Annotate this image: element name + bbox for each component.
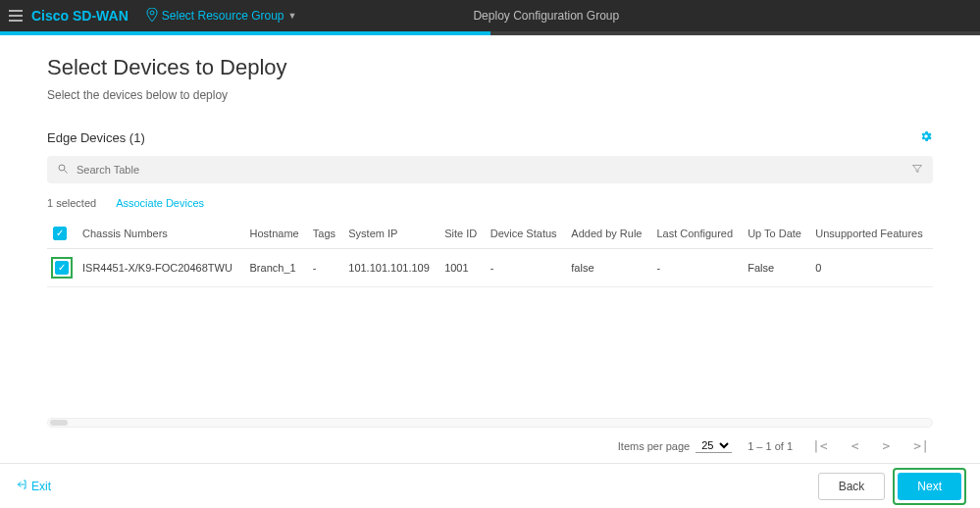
col-unsupported[interactable]: Unsupported Features <box>809 219 933 249</box>
select-all-checkbox[interactable]: ✓ <box>53 227 67 240</box>
table-row[interactable]: ✓ ISR4451-X/K9-FOC20468TWU Branch_1 - 10… <box>47 249 933 287</box>
back-button[interactable]: Back <box>818 473 886 500</box>
next-button-highlight: Next <box>895 470 964 503</box>
svg-point-0 <box>59 165 65 171</box>
location-pin-icon <box>146 8 158 25</box>
pagination: Items per page 25 1 – 1 of 1 |< < > >| <box>618 438 933 453</box>
row-checkbox[interactable]: ✓ <box>55 261 69 275</box>
col-added-by-rule[interactable]: Added by Rule <box>565 219 650 249</box>
list-meta-row: 1 selected Associate Devices <box>47 197 933 209</box>
last-page-icon[interactable]: >| <box>909 438 933 453</box>
search-table-field[interactable] <box>47 156 933 183</box>
row-checkbox-highlight: ✓ <box>53 259 71 277</box>
first-page-icon[interactable]: |< <box>808 438 832 453</box>
cell-unsupported: 0 <box>809 249 933 287</box>
search-icon <box>57 163 69 178</box>
next-page-icon[interactable]: > <box>879 438 895 453</box>
search-input[interactable] <box>77 164 911 176</box>
settings-gear-icon[interactable] <box>919 129 933 146</box>
devices-table: ✓ Chassis Numbers Hostname Tags System I… <box>47 219 933 287</box>
header-checkbox-cell: ✓ <box>47 219 77 249</box>
cell-up-to-date: False <box>742 249 809 287</box>
cell-last-configured: - <box>650 249 742 287</box>
associate-devices-link[interactable]: Associate Devices <box>116 197 204 209</box>
page-range-text: 1 – 1 of 1 <box>748 440 793 452</box>
cell-system-ip: 101.101.101.109 <box>342 249 438 287</box>
col-last-configured[interactable]: Last Configured <box>650 219 742 249</box>
cell-chassis: ISR4451-X/K9-FOC20468TWU <box>77 249 244 287</box>
col-tags[interactable]: Tags <box>307 219 342 249</box>
resource-group-selector[interactable]: Select Resource Group ▼ <box>146 8 297 25</box>
cell-device-status: - <box>485 249 566 287</box>
horizontal-scrollbar[interactable] <box>47 418 933 428</box>
brand-label: Cisco SD-WAN <box>31 8 146 24</box>
exit-icon <box>16 479 27 493</box>
deploy-config-title: Deploy Configuration Group <box>473 9 619 23</box>
prev-page-icon[interactable]: < <box>848 438 863 453</box>
items-per-page: Items per page 25 <box>618 438 732 453</box>
col-system-ip[interactable]: System IP <box>342 219 438 249</box>
page-subtitle: Select the devices below to deploy <box>47 88 933 102</box>
cell-tags: - <box>307 249 342 287</box>
page-title: Select Devices to Deploy <box>47 55 933 80</box>
filter-icon[interactable] <box>911 163 923 178</box>
hamburger-menu-icon[interactable] <box>0 10 31 22</box>
items-per-page-label: Items per page <box>618 440 690 452</box>
col-chassis[interactable]: Chassis Numbers <box>77 219 244 249</box>
exit-link[interactable]: Exit <box>16 479 51 493</box>
footer-bar: Exit Back Next <box>0 463 980 508</box>
cell-site-id: 1001 <box>438 249 485 287</box>
section-header-row: Edge Devices (1) <box>47 129 933 146</box>
topbar: Cisco SD-WAN Select Resource Group ▼ Dep… <box>0 0 980 31</box>
selected-count: 1 selected <box>47 197 96 209</box>
progress-fill <box>0 31 490 35</box>
resource-group-label: Select Resource Group <box>162 9 284 23</box>
cell-hostname: Branch_1 <box>244 249 307 287</box>
col-up-to-date[interactable]: Up To Date <box>742 219 809 249</box>
page-body: Select Devices to Deploy Select the devi… <box>0 35 980 287</box>
edge-devices-title: Edge Devices (1) <box>47 130 145 145</box>
chevron-down-icon: ▼ <box>288 11 297 21</box>
exit-label: Exit <box>31 480 51 493</box>
col-device-status[interactable]: Device Status <box>485 219 566 249</box>
next-button[interactable]: Next <box>898 473 961 500</box>
svg-line-1 <box>65 170 68 173</box>
col-hostname[interactable]: Hostname <box>244 219 307 249</box>
col-site-id[interactable]: Site ID <box>438 219 485 249</box>
table-header-row: ✓ Chassis Numbers Hostname Tags System I… <box>47 219 933 249</box>
cell-added-by-rule: false <box>565 249 650 287</box>
row-checkbox-cell: ✓ <box>47 249 77 287</box>
items-per-page-select[interactable]: 25 <box>696 438 732 453</box>
